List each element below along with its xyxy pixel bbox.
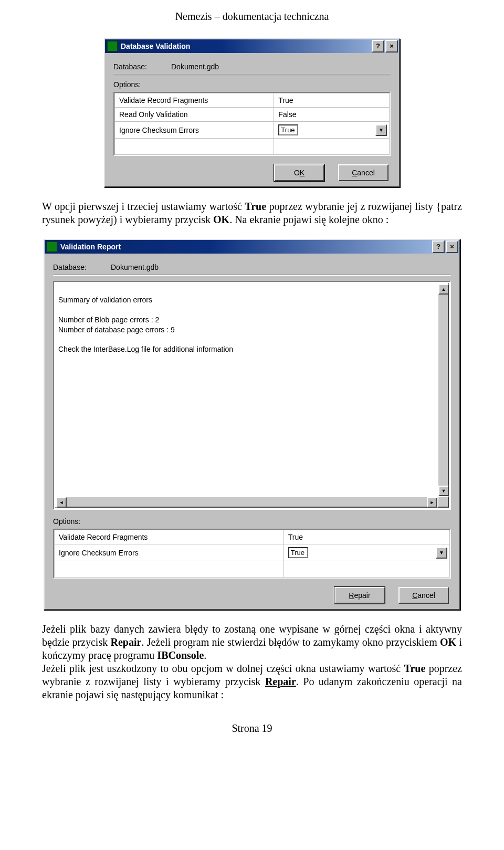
option-value-cell[interactable]: True — [274, 93, 390, 108]
database-value: Dokument.gdb — [111, 263, 159, 271]
option-name: Ignore Checksum Errors — [115, 122, 274, 139]
database-validation-dialog: Database Validation ? × Database: Dokume… — [104, 38, 400, 187]
database-value: Dokument.gdb — [171, 62, 219, 71]
options-grid: Validate Record Fragments True Read Only… — [113, 92, 391, 156]
database-label: Database: — [113, 62, 171, 71]
options-label: Options: — [113, 80, 391, 89]
titlebar: Database Validation ? × — [105, 39, 399, 53]
chevron-down-icon[interactable]: ▼ — [436, 547, 447, 559]
close-icon[interactable]: × — [385, 40, 398, 53]
document-header: Nemezis – dokumentacja techniczna — [42, 11, 462, 23]
empty-cell — [55, 561, 284, 578]
titlebar: Validation Report ? × — [45, 240, 459, 254]
empty-cell — [115, 139, 274, 155]
option-row: Ignore Checksum Errors True ▼ — [55, 544, 450, 561]
help-icon[interactable]: ? — [432, 240, 445, 253]
option-value: True — [278, 96, 293, 104]
option-value-cell[interactable]: True — [284, 530, 449, 544]
option-value-cell[interactable]: False — [274, 108, 390, 122]
scroll-left-icon[interactable]: ◄ — [56, 497, 67, 508]
option-value: True — [288, 533, 303, 541]
options-grid: Validate Record Fragments True Ignore Ch… — [53, 529, 451, 579]
option-name: Validate Record Fragments — [115, 93, 274, 108]
divider — [53, 275, 451, 276]
option-value-selected: True — [278, 124, 298, 135]
divider — [113, 74, 391, 75]
scroll-right-icon[interactable]: ► — [427, 497, 437, 508]
option-row: Ignore Checksum Errors True ▼ — [115, 122, 390, 139]
option-name: Ignore Checksum Errors — [55, 544, 284, 561]
scroll-up-icon[interactable]: ▲ — [438, 284, 449, 295]
option-row: Validate Record Fragments True — [55, 530, 450, 544]
report-text: Summary of validation errors Number of B… — [58, 296, 233, 353]
cancel-button[interactable]: Cancel — [398, 587, 449, 604]
close-icon[interactable]: × — [446, 240, 458, 253]
empty-cell — [284, 561, 449, 578]
window-icon — [47, 242, 57, 252]
chevron-down-icon[interactable]: ▼ — [375, 124, 387, 136]
scrollbar-corner — [437, 496, 449, 508]
window-icon — [107, 41, 118, 51]
report-textarea[interactable]: Summary of validation errors Number of B… — [53, 281, 451, 510]
option-value-cell[interactable]: True ▼ — [284, 544, 449, 561]
paragraph: Jeżeli plik bazy danych zawiera błędy to… — [42, 623, 462, 701]
option-value-selected: True — [288, 547, 308, 558]
validation-report-dialog: Validation Report ? × Database: Dokument… — [44, 239, 460, 610]
cancel-button[interactable]: Cancel — [338, 164, 388, 181]
window-title: Database Validation — [121, 42, 190, 50]
paragraph: W opcji pierwszej i trzeciej ustawiamy w… — [42, 200, 462, 226]
window-title: Validation Report — [60, 243, 121, 251]
scroll-down-icon[interactable]: ▼ — [438, 486, 449, 496]
options-label: Options: — [53, 517, 451, 526]
scrollbar-vertical[interactable]: ▲ ▼ — [437, 283, 449, 497]
database-label: Database: — [53, 263, 111, 271]
option-row: Validate Record Fragments True — [115, 93, 390, 108]
empty-cell — [274, 139, 390, 155]
scrollbar-horizontal[interactable]: ◄ ► — [55, 496, 438, 508]
option-value-cell[interactable]: True ▼ — [274, 122, 390, 139]
option-value: False — [278, 110, 296, 119]
help-icon[interactable]: ? — [372, 40, 384, 53]
page-number: Strona 19 — [42, 722, 462, 734]
ok-button[interactable]: OK — [274, 164, 324, 181]
option-name: Validate Record Fragments — [55, 530, 284, 544]
option-row: Read Only Validation False — [115, 108, 390, 122]
option-name: Read Only Validation — [115, 108, 274, 122]
repair-button[interactable]: Repair — [334, 587, 385, 604]
